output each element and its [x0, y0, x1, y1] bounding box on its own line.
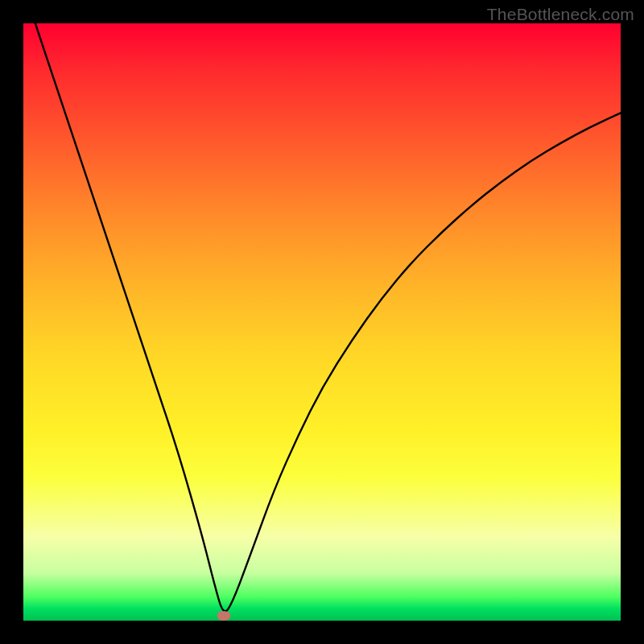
optimum-marker: [217, 611, 230, 621]
chart-plot-area: [23, 23, 621, 621]
watermark-text: TheBottleneck.com: [487, 5, 634, 24]
bottleneck-curve: [23, 23, 621, 621]
